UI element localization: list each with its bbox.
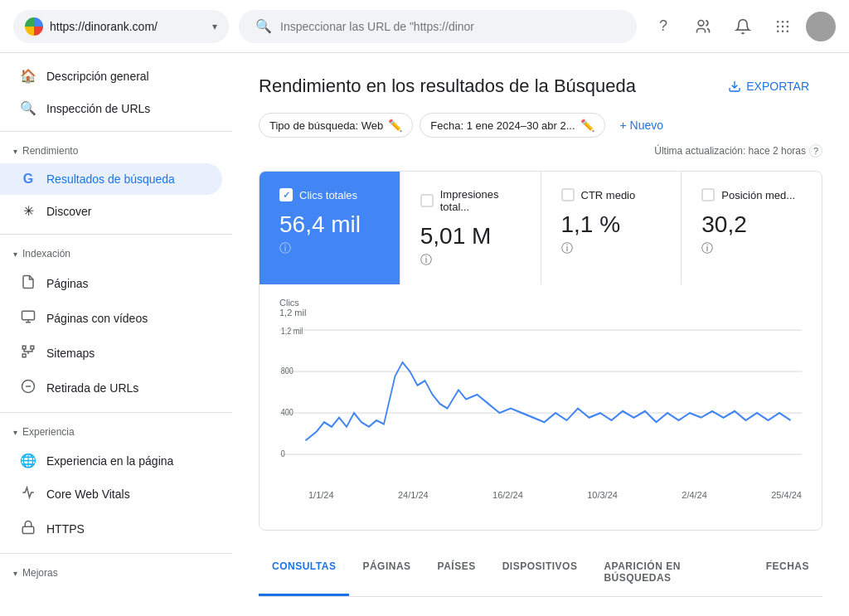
metric-impresiones[interactable]: Impresiones total... 5,01 M ⓘ xyxy=(400,172,541,284)
tab-consultas[interactable]: CONSULTAS xyxy=(259,551,349,596)
last-updated-row: Última actualización: hace 2 horas ? xyxy=(259,144,822,158)
posicion-help-icon: ⓘ xyxy=(701,241,802,256)
topbar-icons: ? xyxy=(647,10,836,43)
posicion-label: Posición med... xyxy=(721,189,795,201)
svg-point-5 xyxy=(782,25,784,27)
impresiones-value: 5,01 M xyxy=(420,223,521,250)
users-button[interactable] xyxy=(686,10,720,43)
url-dropdown-icon[interactable]: ▾ xyxy=(212,21,217,32)
help-button[interactable]: ? xyxy=(647,10,680,43)
metric-ctr[interactable]: CTR medio 1,1 % ⓘ xyxy=(541,172,682,284)
svg-point-2 xyxy=(782,20,784,22)
sidebar-item-paginas-label: Páginas xyxy=(46,277,89,290)
sidebar-item-experiencia-label: Experiencia en la página xyxy=(46,454,173,468)
sidebar-item-discover[interactable]: ✳ Discover xyxy=(0,195,222,227)
x-label-4: 10/3/24 xyxy=(587,490,618,500)
sidebar-item-https[interactable]: HTTPS xyxy=(0,512,222,546)
tab-fechas[interactable]: FECHAS xyxy=(753,551,822,596)
sidebar-item-sitemaps-label: Sitemaps xyxy=(46,347,95,360)
export-button[interactable]: EXPORTAR xyxy=(715,73,822,99)
sidebar-item-experiencia-pagina[interactable]: 🌐 Experiencia en la página xyxy=(0,444,222,477)
tab-paises[interactable]: PAÍSES xyxy=(424,551,489,596)
main-layout: 🏠 Descripción general 🔍 Inspección de UR… xyxy=(0,53,849,616)
sidebar-item-resultados-label: Resultados de búsqueda xyxy=(46,172,175,186)
search-type-filter[interactable]: Tipo de búsqueda: Web ✏️ xyxy=(259,113,413,138)
svg-point-0 xyxy=(698,20,704,26)
search-type-edit-icon: ✏️ xyxy=(388,119,402,132)
posicion-checkbox[interactable] xyxy=(701,188,715,201)
google-icon: G xyxy=(20,172,36,187)
notifications-button[interactable] xyxy=(726,10,759,43)
svg-point-9 xyxy=(787,30,789,32)
sidebar-item-paginas-videos[interactable]: Páginas con vídeos xyxy=(0,301,222,336)
tab-dispositivos[interactable]: DISPOSITIVOS xyxy=(489,551,591,596)
search-type-label: Tipo de búsqueda: Web xyxy=(269,119,383,132)
search-input[interactable] xyxy=(280,20,620,33)
url-text: https://dinorank.com/ xyxy=(50,20,206,33)
ctr-checkbox[interactable] xyxy=(561,188,575,201)
svg-text:0: 0 xyxy=(281,449,285,459)
sidebar-item-inspeccion-label: Inspección de URLs xyxy=(46,102,150,115)
svg-rect-11 xyxy=(22,346,26,349)
filters-row: Tipo de búsqueda: Web ✏️ Fecha: 1 ene 20… xyxy=(259,113,822,138)
sidebar-item-inspeccion-urls[interactable]: 🔍 Inspección de URLs xyxy=(0,92,222,124)
ctr-value: 1,1 % xyxy=(561,211,662,238)
sidebar-item-sitemaps[interactable]: Sitemaps xyxy=(0,336,222,371)
x-label-1: 1/1/24 xyxy=(308,490,334,500)
tab-aparicion-busquedas[interactable]: APARICIÓN EN BÚSQUEDAS xyxy=(590,551,752,596)
section-experiencia[interactable]: ▾ Experiencia xyxy=(0,420,232,444)
svg-text:800: 800 xyxy=(281,366,294,376)
avatar[interactable] xyxy=(806,12,836,41)
date-filter[interactable]: Fecha: 1 ene 2024–30 abr 2... ✏️ xyxy=(420,113,604,138)
chart-wrapper: 1,2 mil 800 400 0 xyxy=(279,321,802,487)
section-rendimiento[interactable]: ▾ Rendimiento xyxy=(0,138,232,163)
last-updated-text: Última actualización: hace 2 horas xyxy=(654,145,806,157)
sidebar-item-retirada-urls[interactable]: Retirada de URLs xyxy=(0,371,222,405)
metric-posicion[interactable]: Posición med... 30,2 ⓘ xyxy=(682,172,822,284)
section-indexacion[interactable]: ▾ Indexación xyxy=(0,241,232,266)
sidebar-item-descripcion-general[interactable]: 🏠 Descripción general xyxy=(0,60,222,92)
search-box[interactable]: 🔍 xyxy=(239,10,637,43)
clics-help-icon: ⓘ xyxy=(279,241,380,256)
sidebar-divider-3 xyxy=(0,412,232,413)
impresiones-checkbox[interactable] xyxy=(420,194,434,207)
sidebar: 🏠 Descripción general 🔍 Inspección de UR… xyxy=(0,53,232,616)
url-bar[interactable]: https://dinorank.com/ ▾ xyxy=(13,10,229,43)
export-label: EXPORTAR xyxy=(746,80,809,93)
clics-checkbox[interactable] xyxy=(279,188,293,201)
sidebar-item-descripcion-label: Descripción general xyxy=(46,70,149,83)
section-experiencia-label: Experiencia xyxy=(22,426,75,438)
svg-point-1 xyxy=(777,20,779,22)
sidebar-item-core-web-vitals[interactable]: Core Web Vitals xyxy=(0,477,222,512)
section-indexacion-label: Indexación xyxy=(22,248,70,259)
svg-text:400: 400 xyxy=(281,408,294,418)
svg-rect-17 xyxy=(22,526,34,533)
page-title: Rendimiento en los resultados de la Búsq… xyxy=(259,75,636,97)
metrics-chart-container: Clics totales 56,4 mil ⓘ Impresiones tot… xyxy=(259,171,822,531)
home-icon: 🏠 xyxy=(20,68,36,84)
grid-button[interactable] xyxy=(766,10,799,43)
impresiones-help-icon: ⓘ xyxy=(420,253,521,268)
sidebar-item-resultados-busqueda[interactable]: G Resultados de búsqueda xyxy=(0,163,222,195)
date-edit-icon: ✏️ xyxy=(580,119,594,132)
svg-rect-10 xyxy=(22,311,35,320)
section-mejoras-label: Mejoras xyxy=(22,567,58,579)
chart-x-labels: 1/1/24 24/1/24 16/2/24 10/3/24 2/4/24 25… xyxy=(279,490,802,500)
section-arrow-indexacion: ▾ xyxy=(13,250,17,259)
impresiones-label: Impresiones total... xyxy=(440,188,521,213)
sidebar-item-paginas[interactable]: Páginas xyxy=(0,266,222,301)
section-mejoras[interactable]: ▾ Mejoras xyxy=(0,560,232,585)
chart-y-label: Clics 1,2 mil xyxy=(279,298,802,318)
sidebar-item-retirada-label: Retirada de URLs xyxy=(46,381,138,395)
discover-icon: ✳ xyxy=(20,203,36,219)
sidebar-item-core-vitals-label: Core Web Vitals xyxy=(46,487,130,501)
metric-clics-totales[interactable]: Clics totales 56,4 mil ⓘ xyxy=(260,172,400,284)
vitals-icon xyxy=(20,485,36,503)
section-rendimiento-label: Rendimiento xyxy=(22,145,78,157)
lock-icon xyxy=(20,520,36,538)
tab-paginas[interactable]: PÁGINAS xyxy=(349,551,424,596)
svg-point-6 xyxy=(787,25,789,27)
new-filter-label: + Nuevo xyxy=(620,119,664,132)
last-updated-help-icon: ? xyxy=(809,144,822,158)
new-filter-button[interactable]: + Nuevo xyxy=(612,114,672,137)
